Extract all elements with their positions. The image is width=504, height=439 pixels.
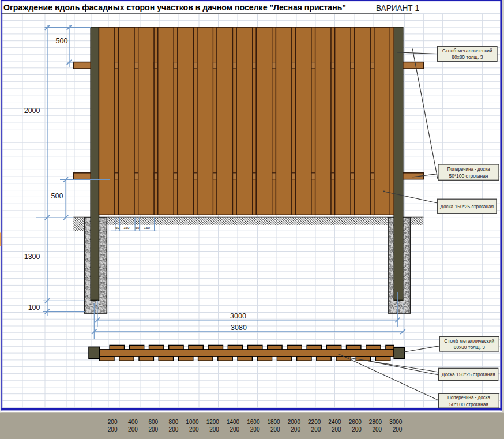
svg-text:200: 200 (169, 426, 179, 433)
svg-text:1200: 1200 (206, 419, 220, 425)
svg-text:Поперечина - доска: Поперечина - доска (447, 166, 490, 172)
svg-text:3000: 3000 (230, 312, 246, 320)
svg-text:200: 200 (352, 426, 362, 433)
svg-text:200: 200 (209, 426, 219, 433)
svg-text:800: 800 (169, 419, 179, 425)
svg-text:1000: 1000 (186, 419, 199, 425)
svg-text:200: 200 (230, 426, 240, 433)
svg-text:2000: 2000 (288, 419, 301, 425)
svg-text:Поперечина - доска: Поперечина - доска (447, 394, 491, 400)
svg-text:200: 200 (108, 419, 118, 425)
svg-text:3000: 3000 (389, 419, 403, 425)
svg-text:80х80 толщ. 3: 80х80 толщ. 3 (454, 344, 485, 350)
svg-text:80х80 толщ. 3: 80х80 толщ. 3 (452, 54, 483, 60)
svg-text:500: 500 (56, 37, 68, 45)
svg-text:600: 600 (148, 419, 158, 425)
svg-text:2400: 2400 (328, 419, 341, 425)
svg-text:150: 150 (123, 226, 130, 230)
svg-text:200: 200 (128, 426, 138, 433)
svg-text:50*100 строганая: 50*100 строганая (449, 172, 488, 179)
svg-text:200: 200 (270, 426, 280, 433)
svg-text:500: 500 (51, 192, 63, 200)
svg-text:200: 200 (393, 426, 403, 433)
svg-text:2600: 2600 (349, 419, 362, 425)
svg-text:Доска 150*25 строганая: Доска 150*25 строганая (440, 203, 494, 209)
svg-text:Столб металлический: Столб металлический (444, 337, 494, 344)
svg-text:200: 200 (250, 426, 260, 433)
svg-text:1600: 1600 (247, 419, 260, 425)
svg-text:200: 200 (189, 426, 199, 433)
svg-text:100: 100 (28, 303, 40, 312)
svg-text:200: 200 (372, 426, 382, 433)
svg-text:400: 400 (128, 419, 138, 425)
svg-text:1300: 1300 (24, 253, 40, 261)
svg-text:3080: 3080 (231, 324, 247, 332)
svg-text:200: 200 (291, 426, 300, 433)
svg-text:200: 200 (332, 426, 341, 433)
svg-text:2000: 2000 (24, 107, 40, 115)
svg-text:Ограждение вдоль фасадных стор: Ограждение вдоль фасадных сторон участко… (3, 2, 346, 12)
svg-text:200: 200 (311, 426, 321, 433)
svg-text:50: 50 (135, 226, 139, 230)
svg-text:150: 150 (144, 226, 151, 230)
svg-text:200: 200 (108, 426, 118, 433)
svg-text:1800: 1800 (267, 419, 280, 425)
svg-text:2800: 2800 (369, 419, 382, 425)
svg-text:Столб металлический: Столб металлический (442, 47, 492, 54)
svg-text:50*100 строганая: 50*100 строганая (449, 401, 488, 407)
svg-text:50: 50 (115, 226, 119, 230)
svg-text:200: 200 (148, 426, 158, 433)
svg-text:2200: 2200 (308, 419, 321, 425)
svg-text:ВАРИАНТ 1: ВАРИАНТ 1 (376, 3, 419, 13)
svg-text:Доска 150*25 строганая: Доска 150*25 строганая (442, 371, 495, 377)
svg-text:1400: 1400 (227, 419, 240, 425)
